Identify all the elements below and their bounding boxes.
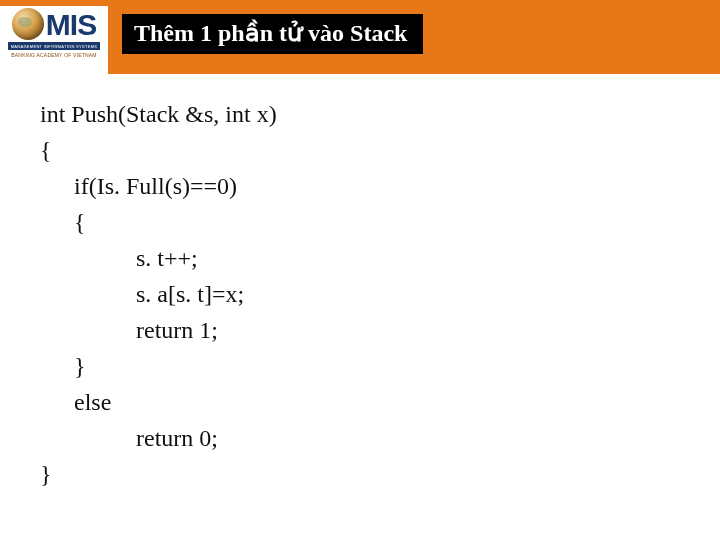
code-line: else xyxy=(40,384,720,420)
globe-icon xyxy=(12,8,44,40)
code-line: } xyxy=(40,456,720,492)
logo-bar-text: MANAGEMENT INFORMATION SYSTEMS xyxy=(11,44,98,49)
logo-mark: MIS xyxy=(12,8,96,40)
code-line: int Push(Stack &s, int x) xyxy=(40,96,720,132)
code-line: return 0; xyxy=(40,420,720,456)
code-line: { xyxy=(40,132,720,168)
code-line: { xyxy=(40,204,720,240)
logo: MIS MANAGEMENT INFORMATION SYSTEMS BANKI… xyxy=(0,6,108,74)
code-line: if(Is. Full(s)==0) xyxy=(40,168,720,204)
slide-title: Thêm 1 phần tử vào Stack xyxy=(122,14,423,54)
logo-text: MIS xyxy=(46,10,96,40)
slide-header: MIS MANAGEMENT INFORMATION SYSTEMS BANKI… xyxy=(0,6,720,74)
code-line: } xyxy=(40,348,720,384)
logo-bar: MANAGEMENT INFORMATION SYSTEMS xyxy=(8,42,100,50)
code-line: s. t++; xyxy=(40,240,720,276)
logo-subtext: BANKING ACADEMY OF VIETNAM xyxy=(11,52,96,58)
title-bar: Thêm 1 phần tử vào Stack xyxy=(108,6,720,74)
code-line: return 1; xyxy=(40,312,720,348)
code-line: s. a[s. t]=x; xyxy=(40,276,720,312)
code-block: int Push(Stack &s, int x) { if(Is. Full(… xyxy=(0,74,720,492)
